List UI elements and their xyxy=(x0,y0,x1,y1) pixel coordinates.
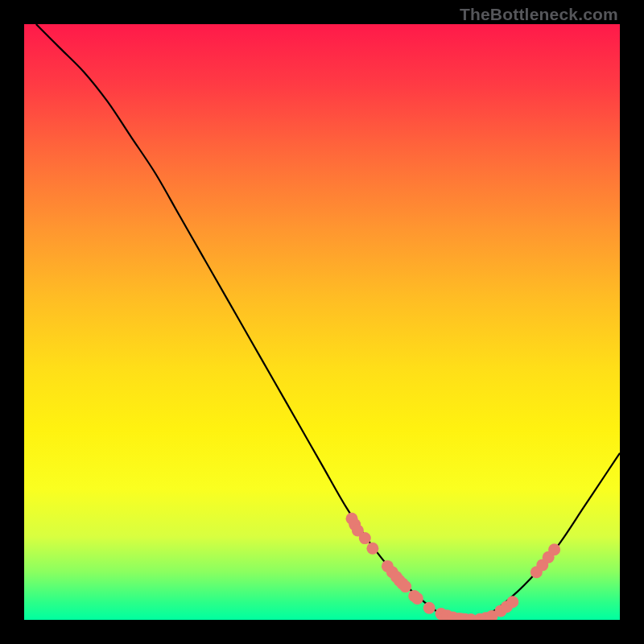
data-marker xyxy=(423,602,436,614)
data-marker xyxy=(548,543,560,555)
data-marker xyxy=(366,543,378,555)
bottleneck-curve xyxy=(36,24,620,620)
data-marker xyxy=(359,532,371,544)
data-marker xyxy=(399,580,411,592)
chart-svg xyxy=(24,24,620,620)
data-marker xyxy=(506,596,518,608)
chart-area xyxy=(24,24,620,620)
data-marker xyxy=(411,592,423,605)
watermark: TheBottleneck.com xyxy=(460,5,618,24)
markers xyxy=(346,513,561,620)
